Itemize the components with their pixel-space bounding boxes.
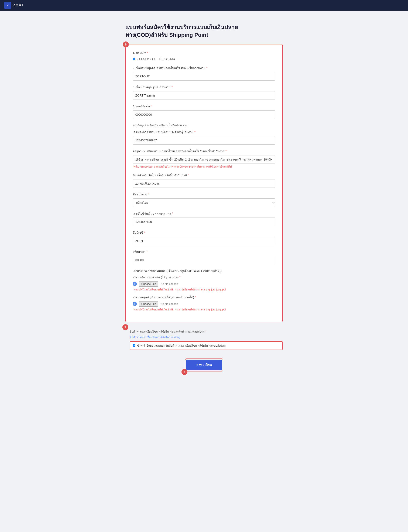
badge-8: 8 [181,369,187,375]
label-account-name: ชื่อบัญชี * [133,230,275,235]
radio-individual[interactable]: บุคคลธรรมดา [133,57,155,61]
label-branch-code: รหัสสาขา * [133,249,275,254]
label-id-number: เลขประจำตัวประชาชน/เลขประจำตัวผู้เสียภาษ… [133,130,275,134]
logo-letter: Z [7,3,9,7]
input-phone[interactable] [133,110,275,119]
badge-7: 7 [122,324,128,330]
submit-wrapper: 8 ลงทะเบียน [185,358,223,371]
topbar: Z ZORT [0,0,408,11]
file-row-id-card: i Choose File No file chosen [133,281,275,287]
section-address: ที่อยู่ตามทะเบียนบ้าน (ภาษาไทย) สำหรับออ… [133,149,275,169]
terms-link[interactable]: ข้อกำหนดและเงื่อนไขการใช้บริการส่งพัสดุ [130,336,180,339]
input-branch-code[interactable] [133,256,275,264]
no-file-label-1: No file chosen [161,282,178,286]
file-section-id-card: สำเนาบัตรประชาชน (ใช้รูปถ่ายได้) * i Cho… [133,275,275,291]
input-id-number[interactable] [133,136,275,145]
section-type: 1. ประเภท * บุคคลธรรมดา นิติบุคคล [133,50,275,61]
hint-file-1: กรุณาอัพโหลดไฟล์ขนาดไม่เกิน 2 MB, กรุณาอ… [133,288,275,291]
label-contact-name: 3. ชื่อ นามสกุล ผู้ประสานงาน * [133,85,275,89]
page-title: แบบฟอร์มสมัครใช้งานบริการแบบเก็บเงินปลาย… [125,23,283,39]
input-email[interactable] [133,179,275,188]
hint-address: กรณีบุคคลธรรมดา หากระบุที่อยู่ไม่ตรงตามบ… [133,165,275,169]
label-bank-book: สำเนาสมุดบัญชีธนาคาร (ใช้รูปถ่ายหน้าแรกไ… [133,295,275,300]
section-contact-name: 3. ชื่อ นามสกุล ผู้ประสานงาน * [133,85,275,100]
cod-section-title: ระบุข้อมูลสำหรับสมัครบริการเก็บเงินปลายท… [133,123,275,128]
choose-file-button-1[interactable]: Choose File [139,281,158,287]
section-branch-code: รหัสสาขา * [133,249,275,264]
submit-area: 8 ลงทะเบียน [125,358,283,371]
terms-checkbox-row: ข้าพเจ้ายืนยอมและยอมรับข้อกำหนดและเงื่อน… [130,341,283,350]
label-account-number: เลขบัญชีรับเงินบุคคลธรรมดา * [133,211,275,216]
label-type: 1. ประเภท * [133,50,275,55]
label-bank-name: ชื่อธนาคาร * [133,192,275,197]
terms-outer: 7 ข้อกำหนดและเงื่อนไขการใช้บริการขนส่งสิ… [125,327,283,352]
logo-box: Z [4,2,11,9]
section-company-name: 2. ชื่อบริษัท/บุคคล สำหรับออกใบเสร็จรับเ… [133,66,275,81]
label-documents: เอกสารประกอบการสมัคร (เซ็นสำเนาถูกต้อง+ป… [133,269,275,273]
required-star: * [147,51,148,54]
terms-checkbox-label: ข้าพเจ้ายืนยอมและยอมรับข้อกำหนดและเงื่อน… [137,343,225,348]
file-row-bank-book: i Choose File No file chosen [133,301,275,307]
terms-section: ข้อกำหนดและเงื่อนไขการใช้บริการขนส่งสินค… [130,329,283,350]
badge-6: 6 [123,42,129,47]
brand-name: ZORT [13,3,24,7]
section-bank-name: ชื่อธนาคาร * กสิกรไทย กรุงไทย ไทยพาณิชย์… [133,192,275,207]
form-container: 6 1. ประเภท * บุคคลธรรมดา นิติบุคคล [125,44,283,322]
label-address: ที่อยู่ตามทะเบียนบ้าน (ภาษาไทย) สำหรับออ… [133,149,275,154]
page-content: แบบฟอร์มสมัครใช้งานบริการแบบเก็บเงินปลาย… [121,23,287,371]
radio-company-input[interactable] [159,58,162,60]
label-company-name: 2. ชื่อบริษัท/บุคคล สำหรับออกใบเสร็จรับเ… [133,66,275,70]
hint-file-2: กรุณาอัพโหลดไฟล์ขนาดไม่เกิน 2 MB, กรุณาอ… [133,307,275,312]
section-account-name: ชื่อบัญชี * [133,230,275,245]
terms-heading: ข้อกำหนดและเงื่อนไขการใช้บริการขนส่งสินค… [130,329,283,334]
input-company-name[interactable] [133,72,275,81]
label-phone: 4. เบอร์ติดต่อ * [133,104,275,109]
section-account-number: เลขบัญชีรับเงินบุคคลธรรมดา * [133,211,275,226]
section-phone: 4. เบอร์ติดต่อ * [133,104,275,119]
radio-individual-input[interactable] [133,58,135,60]
terms-checkbox[interactable] [133,344,135,347]
file-section-bank-book: สำเนาสมุดบัญชีธนาคาร (ใช้รูปถ่ายหน้าแรกไ… [133,295,275,312]
label-id-card: สำเนาบัตรประชาชน (ใช้รูปถ่ายได้) * [133,275,275,279]
input-account-number[interactable] [133,218,275,226]
section-email: อีเมลสำหรับรับใบเสร็จรับเงิน/ใบกำกับภาษี… [133,173,275,188]
no-file-label-2: No file chosen [161,302,178,305]
radio-company[interactable]: นิติบุคคล [159,57,175,61]
submit-button[interactable]: ลงทะเบียน [186,360,222,370]
section-documents: เอกสารประกอบการสมัคร (เซ็นสำเนาถูกต้อง+ป… [133,269,275,312]
choose-file-button-2[interactable]: Choose File [139,301,158,307]
radio-group-type: บุคคลธรรมดา นิติบุคคล [133,57,275,61]
input-account-name[interactable] [133,237,275,245]
label-email: อีเมลสำหรับรับใบเสร็จรับเงิน/ใบกำกับภาษี… [133,173,275,178]
input-address[interactable] [133,155,275,164]
section-id-number: เลขประจำตัวประชาชน/เลขประจำตัวผู้เสียภาษ… [133,130,275,145]
info-icon-2: i [133,302,137,306]
select-bank[interactable]: กสิกรไทย กรุงไทย ไทยพาณิชย์ กรุงเทพ ทหาร… [133,198,275,207]
input-contact-name[interactable] [133,91,275,100]
info-icon-1: i [133,282,137,286]
